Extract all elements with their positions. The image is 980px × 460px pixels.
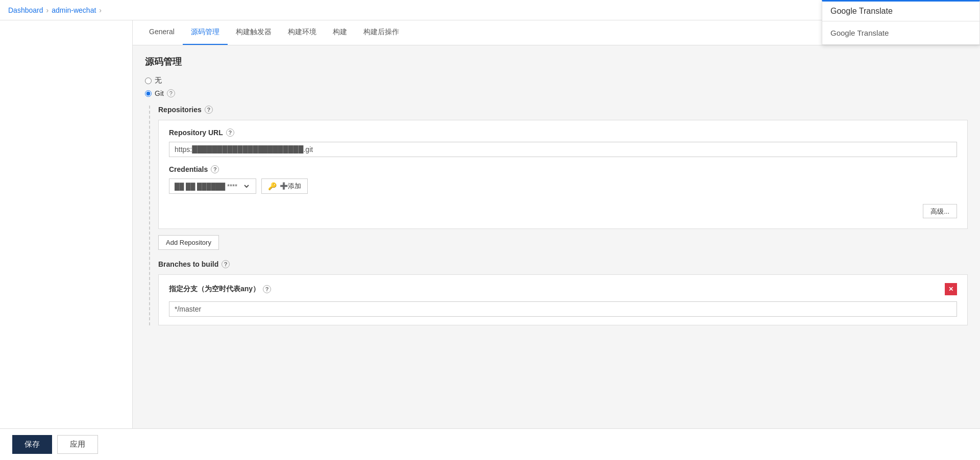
add-credentials-button[interactable]: 🔑 ➕添加 [261,178,308,194]
credentials-row: ██ ██ ██████ **** 🔑 ➕添加 [169,178,957,194]
credentials-label: Credentials [169,165,208,173]
branches-help-icon[interactable]: ? [222,260,230,268]
add-repository-button[interactable]: Add Repository [158,235,219,250]
branch-specify-label: 指定分支（为空时代表any） [169,285,260,294]
save-button[interactable]: 保存 [12,435,52,454]
content-area: General 源码管理 构建触发器 构建环境 构建 构建后操作 源码管理 无 … [133,20,980,460]
page-title: 源码管理 [145,56,968,68]
branches-label: Branches to build [158,260,218,268]
advanced-button[interactable]: 高级... [923,204,957,218]
tab-post-build[interactable]: 构建后操作 [355,20,407,45]
page-body: 源码管理 无 Git ? Repositories ? [133,45,980,344]
delete-icon: ✕ [948,286,953,293]
dashboard-link[interactable]: Dashboard [8,6,43,14]
breadcrumb-arrow-2: › [99,6,102,14]
credentials-label-row: Credentials ? [169,165,957,173]
radio-git-item[interactable]: Git ? [145,89,968,97]
scm-radio-group: 无 Git ? [145,76,968,97]
credentials-select[interactable]: ██ ██ ██████ **** [169,178,256,194]
credentials-help-icon[interactable]: ? [211,165,219,173]
credentials-dropdown[interactable] [240,182,251,191]
repositories-help-icon[interactable]: ? [205,106,213,114]
git-help-icon[interactable]: ? [167,89,175,97]
radio-git-input[interactable] [145,90,152,97]
repo-url-label: Repository URL [169,129,223,137]
tab-source-management[interactable]: 源码管理 [183,20,228,45]
repositories-label-row: Repositories ? [158,106,968,114]
repositories-section: Repositories ? Repository URL ? Credenti… [149,106,968,325]
branches-label-row: Branches to build ? [158,260,968,268]
credentials-value: ██ ██ ██████ **** [175,183,237,190]
apply-button[interactable]: 应用 [57,435,98,454]
tab-build-env[interactable]: 构建环境 [280,20,325,45]
branch-card: 指定分支（为空时代表any） ? ✕ [158,274,968,325]
key-icon: 🔑 [268,182,277,190]
repo-url-input[interactable] [169,142,957,157]
branch-value-input[interactable] [169,301,957,317]
google-translate-title: Google Translate [822,2,979,21]
add-credentials-label: ➕添加 [280,182,301,191]
radio-none-item[interactable]: 无 [145,76,968,85]
tab-general[interactable]: General [141,20,183,45]
left-sidebar [0,20,133,460]
repositories-label: Repositories [158,106,202,114]
radio-none-label: 无 [155,76,162,85]
branch-specify-label-row: 指定分支（为空时代表any） ? [169,285,271,294]
main-layout: General 源码管理 构建触发器 构建环境 构建 构建后操作 源码管理 无 … [0,20,980,460]
branches-section: Branches to build ? 指定分支（为空时代表any） ? ✕ [158,260,968,325]
breadcrumb-arrow-1: › [46,6,49,14]
branch-header: 指定分支（为空时代表any） ? ✕ [169,283,957,295]
repo-url-help-icon[interactable]: ? [226,129,234,137]
repo-url-label-row: Repository URL ? [169,129,957,137]
google-translate-body[interactable]: Google Translate [822,21,979,44]
radio-git-label: Git [155,89,164,97]
advanced-row: 高级... [169,204,957,218]
save-bar: 保存 应用 [0,428,980,460]
tab-build-triggers[interactable]: 构建触发器 [228,20,280,45]
google-translate-dropdown[interactable]: Google Translate Google Translate [822,0,980,45]
branch-specify-help-icon[interactable]: ? [263,285,271,293]
delete-branch-button[interactable]: ✕ [945,283,957,295]
project-link[interactable]: admin-wechat [52,6,96,14]
tab-build[interactable]: 构建 [325,20,355,45]
repository-card: Repository URL ? Credentials ? ██ ██ ███… [158,120,968,229]
radio-none-input[interactable] [145,78,152,84]
